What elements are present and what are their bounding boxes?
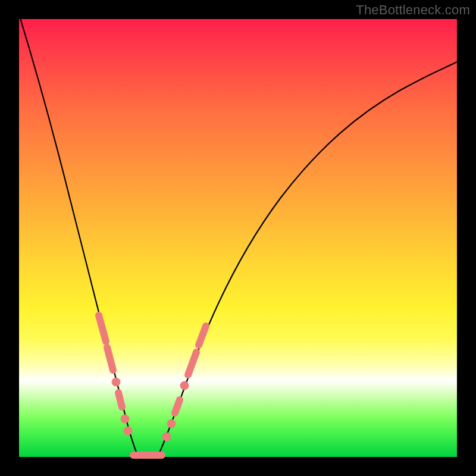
right-bead-cluster [162, 326, 206, 441]
curve-svg [19, 19, 457, 457]
bead-right-6 [199, 326, 206, 345]
bead-right-2 [167, 419, 176, 428]
bead-right-1 [162, 433, 171, 441]
chart-frame: TheBottleneck.com [0, 0, 476, 476]
bead-right-4 [180, 381, 189, 390]
curve-right-branch [158, 62, 457, 455]
bead-left-5 [121, 415, 129, 423]
bead-left-3 [112, 378, 120, 386]
bead-right-5 [188, 352, 196, 375]
plot-area [19, 19, 457, 457]
bead-left-6 [124, 427, 132, 435]
bead-right-3 [175, 400, 180, 413]
watermark-text: TheBottleneck.com [356, 2, 470, 18]
curve-left-branch [19, 14, 138, 456]
bead-left-4 [118, 393, 122, 407]
bead-left-1 [99, 315, 106, 342]
bead-left-2 [107, 347, 113, 370]
